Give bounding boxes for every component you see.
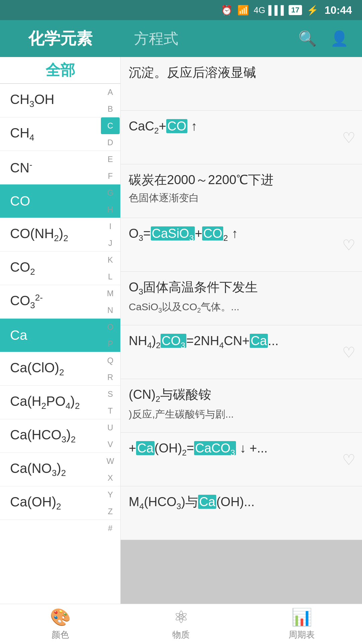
sidebar-item-text: Ca(HCO3)2 (10, 427, 76, 445)
alpha-L[interactable]: L (101, 268, 120, 285)
sidebar-item-text: CH3OH (10, 92, 54, 109)
alpha-E[interactable]: E (101, 151, 120, 168)
alpha-P[interactable]: P (101, 335, 120, 352)
alpha-B[interactable]: B (101, 101, 120, 117)
substance-icon: ⚛ (174, 607, 189, 627)
element-sidebar: 全部 CH3OH CH4 CN- CO CO(NH2)2 CO2 CO32- C… (0, 57, 121, 621)
reaction-formula: NH4)2CO3=2NH4CN+Ca... (129, 333, 355, 351)
header-left: 化学元素 (0, 28, 121, 49)
alpha-O[interactable]: O (101, 319, 120, 335)
reaction-formula: O3固体高温条件下发生 (129, 279, 355, 297)
nav-item-color[interactable]: 🎨 颜色 (0, 607, 121, 641)
sidebar-item-text: Ca(OH)2 (10, 494, 61, 512)
reaction-desc: CaSiO3以及CO2气体。... (129, 300, 355, 315)
alpha-Y[interactable]: Y (101, 486, 120, 503)
status-bar: ⏰ 📶 4G▐▐▐ 17 ⚡ 10:44 (0, 0, 362, 20)
nav-item-substance[interactable]: ⚛ 物质 (121, 607, 241, 641)
status-icons: ⏰ 📶 4G▐▐▐ 17 ⚡ (221, 5, 318, 16)
sidebar-header[interactable]: 全部 (0, 57, 120, 84)
alpha-J[interactable]: J (101, 235, 120, 252)
equation-tab[interactable]: 方程式 (134, 29, 178, 49)
alpha-W[interactable]: W (101, 453, 120, 470)
alpha-Z[interactable]: Z (101, 503, 120, 520)
favorite-icon[interactable]: ♡ (342, 451, 355, 468)
wifi-icon: 📶 (237, 5, 249, 16)
alarm-icon: ⏰ (221, 5, 233, 16)
reaction-item[interactable]: O3=CaSiO3+CO2 ↑ ♡ (121, 218, 362, 272)
app-header: 化学元素 方程式 🔍 👤 (0, 20, 362, 57)
reaction-formula: 沉淀。反应后溶液显碱 (129, 64, 355, 81)
favorite-icon[interactable]: ♡ (342, 343, 355, 361)
alpha-G[interactable]: G (101, 184, 120, 201)
favorite-icon[interactable]: ♡ (342, 236, 355, 253)
sidebar-item-text: CO(NH2)2 (10, 226, 68, 244)
alpha-S[interactable]: S (101, 386, 120, 402)
reaction-formula: +Ca(OH)2=CaCO3 ↓ +... (129, 440, 355, 458)
reaction-item[interactable]: 碳炭在2000～2200℃下进 色固体逐渐变白 (121, 164, 362, 218)
battery-indicator: 17 (289, 5, 302, 15)
sidebar-item-text: CO32- (10, 292, 43, 311)
alpha-T[interactable]: T (101, 402, 120, 419)
reaction-formula: 碳炭在2000～2200℃下进 (129, 172, 355, 188)
favorite-icon[interactable]: ♡ (342, 129, 355, 146)
reaction-item[interactable]: CaC2+CO ↑ ♡ (121, 111, 362, 164)
alpha-M[interactable]: M (101, 285, 120, 302)
reaction-formula: CaC2+CO ↑ (129, 118, 355, 136)
user-icon[interactable]: 👤 (330, 30, 349, 47)
sidebar-all-label: 全部 (46, 60, 75, 80)
alpha-hash[interactable]: # (101, 520, 120, 537)
reaction-item[interactable]: O3固体高温条件下发生 CaSiO3以及CO2气体。... (121, 272, 362, 325)
search-icon[interactable]: 🔍 (298, 30, 317, 47)
alpha-U[interactable]: U (101, 419, 120, 436)
nav-substance-label: 物质 (172, 629, 190, 641)
alpha-V[interactable]: V (101, 436, 120, 453)
sidebar-item-text: CO2 (10, 260, 35, 277)
sidebar-item-text: Ca(NO3)2 (10, 461, 66, 478)
alpha-N[interactable]: N (101, 302, 120, 319)
header-icons: 🔍 👤 (298, 30, 349, 47)
alpha-I[interactable]: I (101, 218, 120, 235)
sidebar-item-text: CN- (10, 160, 32, 175)
reaction-item[interactable]: +Ca(OH)2=CaCO3 ↓ +... ♡ (121, 433, 362, 486)
sidebar-item-text: Ca(ClO)2 (10, 360, 64, 378)
reaction-item[interactable]: 沉淀。反应后溶液显碱 (121, 57, 362, 111)
status-time: 10:44 (324, 4, 352, 16)
reaction-content-panel: 沉淀。反应后溶液显碱 CaC2+CO ↑ ♡ 碳炭在2000～2200℃下进 色… (121, 57, 362, 621)
reaction-formula: M4(HCO3)与Ca(OH)... (129, 494, 355, 512)
sidebar-item-text: Ca (10, 328, 27, 343)
reaction-list: 沉淀。反应后溶液显碱 CaC2+CO ↑ ♡ 碳炭在2000～2200℃下进 色… (121, 57, 362, 540)
alpha-K[interactable]: K (101, 252, 120, 268)
alpha-index: A B C D E F G H I J K L M N O P Q R S T … (100, 84, 120, 537)
alpha-F[interactable]: F (101, 168, 120, 184)
sidebar-item-text: CO (10, 194, 30, 209)
reaction-formula: O3=CaSiO3+CO2 ↑ (129, 225, 355, 244)
alpha-X[interactable]: X (101, 470, 120, 486)
periodic-table-icon: 📊 (291, 607, 312, 627)
reaction-item[interactable]: NH4)2CO3=2NH4CN+Ca... ♡ (121, 325, 362, 379)
alpha-H[interactable]: H (101, 201, 120, 218)
reaction-desc: 色固体逐渐变白 (129, 191, 355, 205)
bottom-navigation: 🎨 颜色 ⚛ 物质 📊 周期表 (0, 604, 362, 644)
nav-periodic-label: 周期表 (289, 629, 315, 641)
alpha-Q[interactable]: Q (101, 352, 120, 369)
header-right: 方程式 🔍 👤 (121, 29, 362, 49)
nav-item-periodic[interactable]: 📊 周期表 (241, 607, 362, 641)
sidebar-item-text: CH4 (10, 125, 34, 143)
sidebar-item-text: Ca(H2PO4)2 (10, 394, 80, 411)
reaction-item[interactable]: M4(HCO3)与Ca(OH)... (121, 486, 362, 540)
color-icon: 🎨 (50, 607, 71, 627)
alpha-D[interactable]: D (101, 134, 120, 151)
nav-color-label: 颜色 (52, 629, 69, 641)
alpha-A[interactable]: A (101, 84, 120, 101)
alpha-R[interactable]: R (101, 369, 120, 386)
signal-icon: 4G▐▐▐ (254, 5, 284, 15)
alpha-C[interactable]: C (101, 117, 120, 134)
reaction-item[interactable]: (CN)2与碳酸铵 )反应,产生碳酸钙与剧... (121, 379, 362, 433)
app-title: 化学元素 (28, 28, 93, 49)
reaction-formula: (CN)2与碳酸铵 (129, 386, 355, 405)
reaction-desc: )反应,产生碳酸钙与剧... (129, 407, 355, 421)
main-layout: 全部 CH3OH CH4 CN- CO CO(NH2)2 CO2 CO32- C… (0, 57, 362, 621)
battery-icon: ⚡ (307, 5, 318, 16)
